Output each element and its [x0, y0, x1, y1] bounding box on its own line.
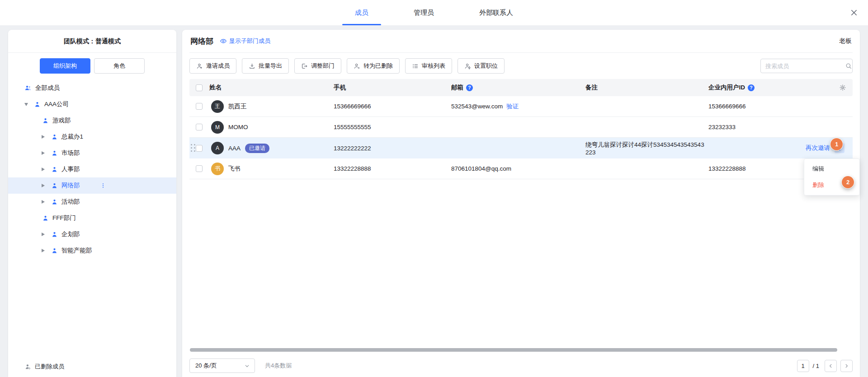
- caret-right-icon[interactable]: [42, 233, 51, 236]
- role-tag: 老板: [839, 37, 852, 45]
- sidebar-item-activity-dept[interactable]: 活动部: [8, 194, 176, 210]
- row-checkbox-cell: [189, 124, 209, 130]
- move-to-deleted-button[interactable]: 转为已删除: [347, 58, 400, 74]
- column-header-label: 姓名: [209, 84, 222, 92]
- batch-export-button[interactable]: 批量导出: [242, 58, 289, 74]
- column-header: 企业内用户ID?: [708, 84, 833, 92]
- row-checkbox[interactable]: [196, 165, 203, 172]
- toolbar-button-label: 调整部门: [311, 62, 335, 70]
- toolbar-button-label: 设置职位: [474, 62, 498, 70]
- remark-cell: 绕弯儿翁探讨探讨44探讨534534543543543 223: [585, 141, 708, 156]
- org-structure-button[interactable]: 组织架构: [40, 58, 90, 74]
- org-icon: [33, 101, 41, 108]
- next-page-button[interactable]: [840, 360, 853, 372]
- sidebar-item-label: 市场部: [61, 149, 80, 157]
- column-header: 邮箱?: [451, 84, 585, 92]
- help-icon[interactable]: ?: [748, 84, 755, 91]
- caret-right-icon[interactable]: [42, 200, 51, 204]
- department-title: 网络部: [190, 36, 213, 47]
- drag-handle[interactable]: [191, 144, 195, 152]
- caret-right-icon[interactable]: [42, 135, 51, 139]
- annotation-step-2: 2: [842, 176, 854, 188]
- tab-bar: 成员管理员外部联系人: [0, 0, 868, 25]
- horizontal-scrollbar[interactable]: [190, 348, 837, 352]
- phone-cell: 15555555555: [334, 124, 451, 130]
- page-size-select[interactable]: 20 条/页: [189, 358, 255, 373]
- sidebar: 团队模式：普通模式 组织架构 角色 全部成员AAA公司游戏部总裁办1市场部人事部…: [8, 30, 176, 377]
- chevron-right-icon: [844, 363, 849, 369]
- row-checkbox[interactable]: [196, 145, 203, 152]
- menu-item-edit[interactable]: 编辑: [804, 161, 859, 177]
- page-size-value: 20 条/页: [195, 362, 217, 370]
- person-add-icon: [196, 63, 203, 70]
- verify-email-link[interactable]: 验证: [506, 102, 519, 111]
- column-header: 手机: [334, 84, 451, 92]
- column-header-label: 邮箱: [451, 84, 463, 92]
- sidebar-item-label: 智能产能部: [61, 247, 92, 255]
- caret-right-icon[interactable]: [42, 168, 51, 171]
- tab-members[interactable]: 成员: [342, 0, 381, 25]
- sidebar-item-hr-dept[interactable]: 人事部: [8, 161, 176, 177]
- deleted-members-label: 已删除成员: [35, 363, 64, 371]
- org-icon: [51, 198, 58, 205]
- search-input[interactable]: [765, 63, 845, 70]
- tab-external-contacts[interactable]: 外部联系人: [467, 0, 526, 25]
- name-cell: AAAA已邀请: [209, 142, 334, 154]
- show-sub-department-link[interactable]: 显示子部门成员: [220, 37, 270, 45]
- column-header: 姓名: [209, 84, 334, 92]
- page-total-label: / 1: [813, 363, 819, 369]
- sidebar-item-game-dept[interactable]: 游戏部: [8, 112, 176, 129]
- sidebar-item-fff-dept[interactable]: FFF部门: [8, 210, 176, 226]
- caret-down-icon[interactable]: [24, 103, 33, 106]
- caret-right-icon[interactable]: [42, 249, 51, 252]
- gear-icon[interactable]: [839, 84, 846, 91]
- roles-button[interactable]: 角色: [94, 58, 145, 74]
- column-header-label: 备注: [585, 84, 598, 92]
- reinvite-link[interactable]: 再次邀请: [806, 144, 830, 152]
- select-all-checkbox[interactable]: [196, 84, 203, 91]
- pagination: 1 / 1: [797, 360, 853, 372]
- department-tree: 全部成员AAA公司游戏部总裁办1市场部人事部网络部活动部FFF部门企划部智能产能…: [8, 80, 176, 259]
- org-icon: [51, 182, 58, 189]
- org-icon: [51, 247, 58, 254]
- chevron-down-icon: [244, 363, 250, 369]
- people-icon: [24, 84, 32, 92]
- close-icon[interactable]: [850, 9, 858, 17]
- sidebar-item-all-members[interactable]: 全部成员: [8, 80, 176, 96]
- row-checkbox[interactable]: [196, 103, 203, 110]
- chevron-left-icon: [828, 363, 834, 369]
- invite-member-button[interactable]: 邀请成员: [189, 58, 236, 74]
- main-panel: 网络部 显示子部门成员 老板 邀请成员批量导出调整部门转为已删除审核列表设置职位…: [182, 30, 860, 377]
- sidebar-item-network-dept[interactable]: 网络部: [8, 177, 176, 194]
- help-icon[interactable]: ?: [466, 84, 473, 91]
- deleted-members-link[interactable]: 已删除成员: [24, 363, 64, 371]
- caret-right-icon[interactable]: [42, 184, 51, 187]
- sidebar-item-planning-dept[interactable]: 企划部: [8, 226, 176, 242]
- set-position-button[interactable]: 设置职位: [458, 58, 505, 74]
- prev-page-button[interactable]: [825, 360, 837, 372]
- topbar: 成员管理员外部联系人: [0, 0, 868, 25]
- current-page-input[interactable]: 1: [797, 360, 809, 372]
- person-remove-icon: [354, 63, 360, 70]
- sidebar-item-market-dept[interactable]: 市场部: [8, 145, 176, 161]
- sidebar-item-smart-capacity-dept[interactable]: 智能产能部: [8, 242, 176, 259]
- sidebar-item-label: 游戏部: [52, 116, 71, 125]
- caret-right-icon[interactable]: [42, 151, 51, 155]
- member-email: 532543@wew.com: [451, 103, 503, 110]
- sidebar-item-ceo-office-1[interactable]: 总裁办1: [8, 129, 176, 145]
- sidebar-item-label: 总裁办1: [61, 133, 83, 141]
- review-list-button[interactable]: 审核列表: [405, 58, 452, 74]
- tab-admins[interactable]: 管理员: [401, 0, 447, 25]
- more-vertical-icon[interactable]: [100, 182, 106, 189]
- list-icon: [412, 63, 419, 70]
- download-icon: [249, 63, 255, 70]
- row-checkbox[interactable]: [196, 124, 203, 130]
- toolbar-button-label: 审核列表: [422, 62, 445, 70]
- sidebar-item-aaa-company[interactable]: AAA公司: [8, 96, 176, 112]
- table-row: MMOMO1555555555523232333: [189, 117, 853, 138]
- name-cell: MMOMO: [209, 121, 334, 134]
- search-box[interactable]: [760, 59, 853, 73]
- adjust-department-button[interactable]: 调整部门: [294, 58, 341, 74]
- sidebar-item-label: 全部成员: [35, 84, 60, 92]
- toolbar-button-label: 邀请成员: [206, 62, 230, 70]
